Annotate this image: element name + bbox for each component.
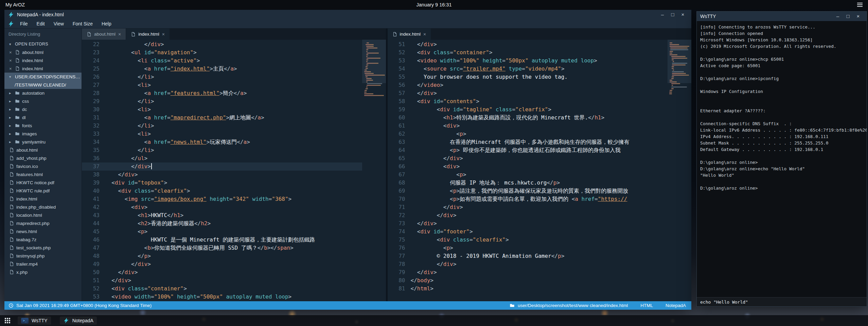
wstty-titlebar[interactable]: WsTTY – □ × [697, 12, 867, 21]
chevron-down-icon: ▾ [9, 75, 13, 79]
file-icon [87, 32, 91, 37]
file-item[interactable]: favicon.ico [4, 162, 82, 170]
chevron-right-icon: ▸ [9, 140, 13, 144]
tab-close-icon[interactable]: × [118, 32, 121, 37]
close-editor-icon[interactable]: × [9, 50, 13, 55]
file-item[interactable]: about.html [4, 146, 82, 154]
folder-item[interactable]: ▸autostation [4, 89, 82, 97]
menu-edit[interactable]: Edit [32, 19, 49, 28]
file-icon [9, 237, 14, 242]
line-number: 77 [388, 252, 411, 260]
folder-item[interactable]: ▸dl [4, 113, 82, 121]
chevron-right-icon: ▸ [9, 99, 13, 103]
file-icon [9, 205, 14, 209]
minimize-button[interactable]: – [833, 12, 843, 21]
file-item[interactable]: features.html [4, 170, 82, 178]
taskbar-item-wstty[interactable]: >_WsTTY [18, 317, 51, 325]
menu-file[interactable]: File [16, 19, 32, 28]
tab-index.html[interactable]: index.html× [388, 28, 431, 40]
close-editor-icon[interactable]: × [9, 58, 13, 63]
maximize-button[interactable]: □ [668, 10, 678, 19]
file-item[interactable]: news.html [4, 227, 82, 235]
open-editor-item[interactable]: ×about.html [4, 48, 82, 56]
maximize-button[interactable]: □ [843, 12, 853, 21]
file-item[interactable]: index.html [4, 195, 82, 203]
code-line-56: 56 </video> [388, 81, 668, 89]
file-item[interactable]: location.html [4, 211, 82, 219]
tab-about.html[interactable]: about.html× [82, 28, 126, 40]
code-line-51: 51 </div> [388, 40, 668, 49]
tab-index.html[interactable]: index.html× [126, 28, 170, 40]
line-number: 22 [82, 40, 105, 49]
file-icon [9, 148, 14, 152]
chevron-right-icon: ▸ [9, 132, 13, 136]
folder-item[interactable]: ▸dc [4, 105, 82, 113]
file-item[interactable]: HKWTC notice.pdf [4, 178, 82, 187]
line-number: 38 [82, 171, 105, 179]
file-item[interactable]: index.php_disabled [4, 203, 82, 211]
line-number: 80 [388, 276, 411, 285]
file-icon [9, 188, 14, 193]
menu-view[interactable]: View [49, 19, 68, 28]
minimize-button[interactable]: – [657, 10, 668, 19]
folder-item[interactable]: ▸css [4, 97, 82, 105]
system-clock: January 9 16:31 [417, 2, 452, 7]
open-editor-item[interactable]: ×index.html [4, 64, 82, 73]
code-line-59: 59 <div id="tagline" class="clearfix"> [388, 106, 668, 114]
code-line-22: 22 </div> [82, 40, 362, 49]
folder-item[interactable]: ▸fonts [4, 121, 82, 130]
code-line-80: 80</body> [388, 276, 668, 285]
line-number: 81 [388, 285, 411, 293]
minimap-right[interactable] [668, 40, 691, 301]
file-icon [9, 229, 14, 234]
minimap-left[interactable] [362, 40, 386, 301]
line-number: 68 [388, 179, 411, 187]
line-number: 64 [388, 146, 411, 154]
code-line-52: 52 <div class="container"> [388, 49, 668, 57]
open-editor-item[interactable]: ×index.html [4, 56, 82, 64]
file-icon [9, 172, 14, 177]
line-number: 78 [388, 260, 411, 268]
file-item[interactable]: testmysql.php [4, 252, 82, 260]
code-editor-right[interactable]: 51 </div>52 <div class="container">53 <v… [388, 40, 692, 301]
taskbar-item-notepada[interactable]: NotepadA [60, 317, 97, 325]
file-item[interactable]: teabag.7z [4, 235, 82, 244]
sidebar-root-folder[interactable]: ▾USER:/DESKTOP/SCREENSHOT/TEST/WWW CLEAN… [4, 73, 82, 89]
file-item[interactable]: add_vhost.php [4, 154, 82, 162]
open-editors-section[interactable]: ▾OPEN EDITORS [4, 40, 82, 48]
file-item[interactable]: x.php [4, 268, 82, 276]
file-item[interactable]: test_sockets.php [4, 244, 82, 252]
file-item[interactable]: mapredirect.php [4, 219, 82, 227]
code-editor-left[interactable]: 22 </div>23 <ul id="navigation">24 <li c… [82, 40, 386, 301]
tab-close-icon[interactable]: × [423, 32, 426, 37]
file-item[interactable]: trailer.mp4 [4, 260, 82, 268]
line-number: 72 [388, 211, 411, 219]
folder-item[interactable]: ▸yamlyamlru [4, 138, 82, 146]
code-line-81: 81</html> [388, 285, 668, 293]
hamburger-menu-icon[interactable] [857, 3, 863, 7]
menu-font-size[interactable]: Font Size [68, 19, 97, 28]
notepada-logo-icon [8, 21, 14, 27]
close-button[interactable]: × [678, 10, 688, 19]
tab-close-icon[interactable]: × [162, 32, 165, 37]
code-line-45: 45 <p> [82, 228, 362, 236]
file-item[interactable]: HKWTC rule.pdf [4, 187, 82, 195]
menu-help[interactable]: Help [97, 19, 116, 28]
notepad-titlebar[interactable]: NotepadA - index.html – □ × [4, 10, 691, 19]
folder-icon [15, 115, 20, 120]
line-number: 58 [388, 97, 411, 106]
close-editor-icon[interactable]: × [9, 66, 13, 71]
terminal-input[interactable]: echo "Hello World" [697, 297, 867, 306]
line-number: 23 [82, 49, 105, 57]
close-button[interactable]: × [853, 12, 863, 21]
code-line-44: 44 <h2>香港的建築伺服器</h2> [82, 219, 362, 228]
folder-item[interactable]: ▸images [4, 130, 82, 138]
code-line-51: 51 </div> [82, 276, 362, 285]
app-launcher-icon[interactable] [5, 318, 10, 323]
file-icon [15, 66, 20, 71]
folder-icon [15, 91, 20, 95]
terminal-output[interactable]: [info] Conencting to arozos WsTTY servic… [697, 21, 867, 297]
code-line-77: 77 © 2018 - 2019 HKWTC Animation Gamer</… [388, 252, 668, 260]
system-brand[interactable]: My ArOZ [5, 2, 25, 7]
file-icon [9, 262, 14, 266]
